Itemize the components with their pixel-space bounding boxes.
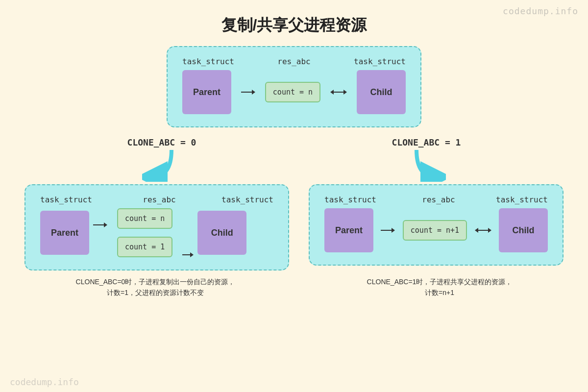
bottom-left-inner: Parent count = n count = 1: [40, 208, 273, 257]
top-label-task-struct-left: task_struct: [182, 57, 234, 66]
bottom-right-label3: task_struct: [496, 195, 548, 204]
clone1-label: CLONE_ABC = 1: [392, 137, 461, 147]
child-box-bottom-left: Child: [197, 211, 246, 255]
bottom-right-label2: res_abc: [422, 195, 455, 204]
parent-box-top: Parent: [182, 70, 231, 114]
bottom-section: task_struct res_abc task_struct Parent: [0, 184, 588, 270]
clone0-label: CLONE_ABC = 0: [127, 137, 196, 147]
arrow-down-right-container: CLONE_ABC = 1: [392, 132, 461, 182]
top-label-task-struct-right: task_struct: [354, 57, 406, 66]
arrow-parent-to-count-top: [241, 90, 255, 95]
count-box-top: count = n: [265, 82, 320, 102]
bottom-right-nodes-row: Parent count = n+1 Child: [324, 208, 548, 252]
bottom-right-labels: task_struct res_abc task_struct: [324, 195, 548, 204]
top-diagram-box: task_struct res_abc task_struct Parent c…: [167, 46, 421, 127]
watermark-top: codedump.info: [503, 6, 578, 16]
middle-section: CLONE_ABC = 0 CLONE_ABC = 1: [0, 132, 588, 182]
bottom-right-label1: task_struct: [324, 195, 376, 204]
bottom-left-label1: task_struct: [40, 195, 92, 204]
count-1-box-bottom-left: count = 1: [117, 237, 172, 257]
child-box-top: Child: [357, 70, 406, 114]
caption-left: CLONE_ABC=0时，子进程复制出一份自己的资源，计数=1，父进程的资源计数…: [76, 276, 235, 298]
parent-box-bottom-left: Parent: [40, 211, 89, 255]
count-n-box-bottom-left: count = n: [117, 208, 172, 229]
arrow-count1-to-child: [182, 252, 194, 257]
bottom-right-diagram-box: task_struct res_abc task_struct Parent c…: [309, 184, 564, 266]
bottom-left-label3: task_struct: [221, 195, 273, 204]
top-section: task_struct res_abc task_struct Parent c…: [0, 46, 588, 127]
arrow-down-left: [142, 147, 181, 182]
parent-box-bottom-right: Parent: [324, 208, 373, 252]
arrow-down-left-container: CLONE_ABC = 0: [127, 132, 196, 182]
arrow-parent-to-count-right: [381, 228, 395, 233]
watermark-bottom: codedump.info: [10, 377, 79, 387]
bottom-left-labels: task_struct res_abc task_struct: [40, 195, 273, 204]
top-nodes-row: Parent count = n Child: [182, 70, 406, 114]
arrow-parent-countn: [93, 222, 107, 227]
bottom-left-label2: res_abc: [143, 195, 175, 204]
page-title: 复制/共享父进程资源: [0, 15, 588, 36]
arrow-down-right: [407, 147, 446, 182]
caption-section: CLONE_ABC=0时，子进程复制出一份自己的资源，计数=1，父进程的资源计数…: [0, 276, 588, 298]
count-box-bottom-right: count = n+1: [403, 220, 467, 241]
resource-col-bottom-left: count = n count = 1: [117, 208, 172, 257]
child-box-bottom-right: Child: [499, 208, 548, 252]
bottom-left-diagram-box: task_struct res_abc task_struct Parent: [24, 184, 289, 270]
arrow-count-child-right: [475, 228, 491, 233]
caption-right: CLONE_ABC=1时，子进程共享父进程的资源，计数=n+1: [367, 276, 513, 298]
arrow-count-child-top: [330, 90, 347, 95]
top-label-res-abc: res_abc: [277, 57, 310, 66]
top-box-labels: task_struct res_abc task_struct: [182, 57, 406, 66]
